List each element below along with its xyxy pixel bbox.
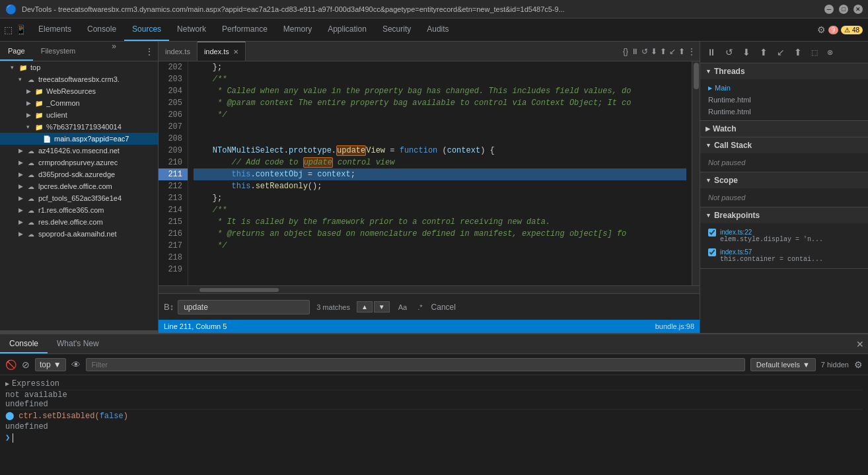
code-tab-2[interactable]: index.ts ✕: [198, 42, 246, 61]
search-input[interactable]: [178, 300, 310, 314]
tree-item-uclient[interactable]: ▶ 📁 uclient: [0, 109, 158, 121]
code-vertical-scrollbar[interactable]: [692, 61, 700, 285]
deactivate-icon[interactable]: ⬆: [678, 47, 685, 56]
tree-item-r1[interactable]: ▶ ☁ r1.res.office365.com: [0, 204, 158, 216]
watch-arrow: ▶: [705, 126, 710, 132]
console-tab-console[interactable]: Console: [0, 334, 48, 353]
inspect-icon[interactable]: ⬚: [4, 24, 13, 35]
tree-item-d365[interactable]: ▶ ☁ d365prod-sdk.azuredge: [0, 168, 158, 180]
tree-item-crm[interactable]: ▶ ☁ crmprodnpsurvey.azurec: [0, 157, 158, 168]
tree-item-top[interactable]: ▾ 📁 top: [0, 61, 158, 73]
more-icon[interactable]: ⋮: [688, 47, 696, 56]
format-icon[interactable]: {}: [623, 47, 628, 56]
step-button[interactable]: ⬆: [790, 44, 806, 60]
step-out-icon[interactable]: ↙: [669, 47, 676, 56]
step-over-button[interactable]: ⬇: [739, 44, 754, 60]
breakpoint-2[interactable]: index.ts:57 this.container = contai...: [705, 246, 863, 266]
thread-runtime-2[interactable]: Runtime.html: [705, 106, 863, 118]
regex-button[interactable]: .*: [413, 301, 427, 313]
sidebar-tab-page[interactable]: Page: [0, 42, 33, 61]
tab-performance[interactable]: Performance: [214, 18, 275, 41]
console-close-button[interactable]: ✕: [856, 339, 864, 349]
sidebar-menu-icon[interactable]: ⋮: [145, 46, 154, 57]
stop-exceptions-button[interactable]: ⊗: [823, 46, 837, 59]
console-cursor[interactable]: [13, 433, 13, 443]
source-map-link[interactable]: bundle.js:98: [655, 322, 694, 330]
step-out-button[interactable]: ↙: [773, 44, 789, 60]
folder-icon: 📁: [34, 122, 44, 131]
tree-label: %7b637191719340014: [46, 123, 122, 131]
pause-icon[interactable]: ⏸: [631, 47, 639, 56]
console-settings-icon[interactable]: ⚙: [854, 359, 863, 370]
console-levels-dropdown[interactable]: Default levels ▼: [750, 358, 816, 371]
console-filter-input[interactable]: [86, 358, 745, 371]
search-cancel-button[interactable]: Cancel: [431, 303, 456, 312]
sidebar-more-button[interactable]: »: [106, 42, 122, 61]
step-into-button[interactable]: ⬆: [756, 44, 772, 60]
console-code-text: ctrl.setDisabled(false): [18, 412, 128, 421]
step-icon[interactable]: ↺: [641, 47, 648, 56]
tree-item-lpcres[interactable]: ▶ ☁ lpcres.delve.office.com: [0, 180, 158, 192]
maximize-button[interactable]: □: [839, 5, 848, 14]
h-scroll-thumb[interactable]: [199, 288, 279, 292]
context-selector[interactable]: top ▼: [35, 358, 66, 371]
breakpoints-header[interactable]: ▼ Breakpoints: [700, 207, 868, 223]
callstack-header[interactable]: ▼ Call Stack: [700, 137, 868, 153]
code-horizontal-scrollbar[interactable]: [159, 285, 700, 293]
tree-item-pcf[interactable]: ▶ ☁ pcf_tools_652ac3f36e1e4: [0, 192, 158, 204]
nav-left-icons: ⬚ 📱: [0, 18, 30, 41]
resume-button[interactable]: ↺: [721, 44, 737, 60]
tab-memory[interactable]: Memory: [275, 18, 320, 41]
eye-icon[interactable]: 👁: [71, 359, 81, 370]
deactivate-breakpoints-button[interactable]: ⬚: [807, 46, 822, 59]
tab-elements[interactable]: Elements: [30, 18, 79, 41]
tree-item-mainaspx[interactable]: 📄 main.aspx?appid=eac7: [0, 133, 158, 145]
tab-application[interactable]: Application: [320, 18, 375, 41]
breakpoint-1-checkbox[interactable]: [708, 229, 716, 237]
case-sensitive-button[interactable]: Aa: [394, 301, 412, 313]
tab-console[interactable]: Console: [79, 18, 124, 41]
minimize-button[interactable]: ─: [824, 5, 834, 14]
thread-runtime-1[interactable]: Runtime.html: [705, 94, 863, 106]
step-into-icon[interactable]: ⬆: [660, 47, 667, 56]
filter-console-icon[interactable]: ⊘: [22, 359, 30, 370]
tab-security[interactable]: Security: [375, 18, 419, 41]
sidebar-tab-filesystem[interactable]: Filesystem: [33, 42, 84, 61]
code-tab-close[interactable]: ✕: [233, 48, 238, 55]
pause-button[interactable]: ⏸: [703, 44, 720, 60]
tab-audits[interactable]: Audits: [419, 18, 456, 41]
breakpoint-2-file: index.ts:57: [720, 248, 823, 256]
code-line-204: * Called when any value in the property …: [194, 85, 686, 97]
threads-header[interactable]: ▼ Threads: [700, 63, 868, 79]
breakpoint-1[interactable]: index.ts:22 elem.style.display = 'n...: [705, 226, 863, 246]
settings-icon[interactable]: ⚙: [817, 24, 826, 35]
scroll-thumb[interactable]: [694, 63, 699, 89]
tree-item-common[interactable]: ▶ 📁 _Common: [0, 97, 158, 109]
breakpoint-2-checkbox[interactable]: [708, 248, 716, 256]
code-line-209: NToNMultiSelect.prototype.updateView = f…: [194, 145, 686, 157]
search-prev-button[interactable]: ▲: [357, 301, 373, 312]
step-over-icon[interactable]: ⬇: [651, 47, 657, 56]
tree-item-webresources[interactable]: ▶ 📁 WebResources: [0, 85, 158, 97]
tree-item-az[interactable]: ▶ ☁ az416426.vo.msecnd.net: [0, 145, 158, 157]
line-num-217: 217: [159, 240, 188, 252]
cloud-icon: ☁: [26, 205, 36, 215]
tree-item-spoprod[interactable]: ▶ ☁ spoprod-a.akamaihd.net: [0, 228, 158, 240]
device-icon[interactable]: 📱: [15, 24, 26, 35]
tree-item-hash[interactable]: ▾ 📁 %7b637191719340014: [0, 121, 158, 133]
watch-header[interactable]: ▶ Watch: [700, 121, 868, 137]
scope-header[interactable]: ▼ Scope: [700, 172, 868, 188]
code-tab-1[interactable]: index.ts: [159, 42, 198, 61]
tab-sources[interactable]: Sources: [124, 18, 169, 41]
tree-label: top: [30, 63, 40, 71]
tree-item-res[interactable]: ▶ ☁ res.delve.office.com: [0, 216, 158, 228]
console-tab-whatsnew[interactable]: What's New: [48, 334, 108, 353]
code-content[interactable]: }; /** * Called when any value in the pr…: [188, 61, 692, 285]
search-next-button[interactable]: ▼: [374, 301, 390, 312]
close-button[interactable]: ✕: [853, 5, 863, 14]
tab-network[interactable]: Network: [169, 18, 214, 41]
tree-item-domain1[interactable]: ▾ ☁ treecatsoftwaresbx.crm3.: [0, 73, 158, 85]
thread-main[interactable]: Main: [705, 82, 863, 94]
clear-console-icon[interactable]: 🚫: [5, 359, 17, 370]
console-tabs: Console What's New ✕: [0, 334, 868, 354]
